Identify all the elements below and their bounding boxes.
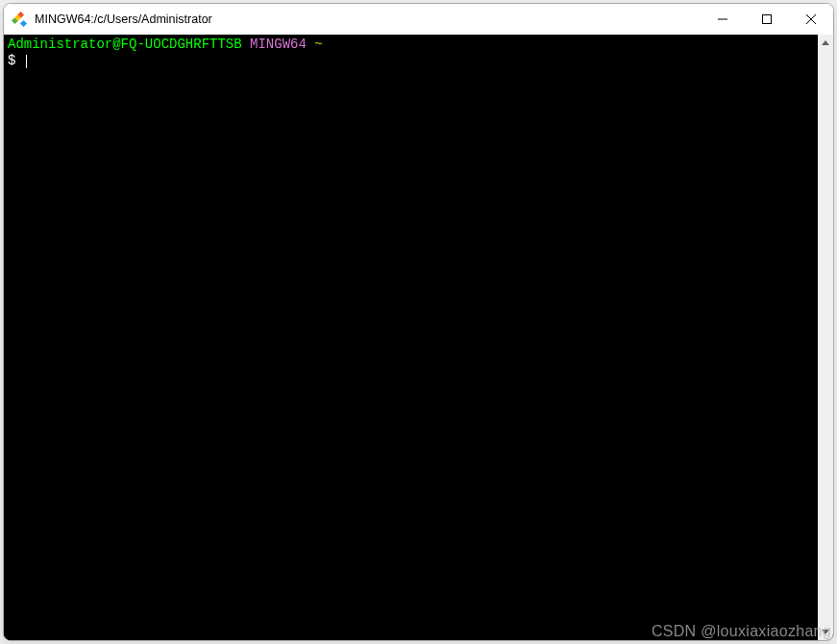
scroll-track[interactable]	[818, 51, 833, 624]
terminal-cursor	[26, 55, 27, 68]
prompt-symbol: $	[8, 53, 15, 68]
minimize-button[interactable]	[701, 4, 745, 35]
chevron-down-icon	[822, 630, 829, 634]
prompt-path: ~	[314, 37, 322, 52]
terminal-area: Administrator@FQ-UOCDGHRFTTSB MINGW64 ~ …	[4, 35, 833, 640]
prompt-environment: MINGW64	[250, 37, 307, 52]
maximize-icon	[762, 14, 772, 24]
svg-rect-3	[20, 20, 27, 27]
chevron-up-icon	[822, 40, 829, 45]
app-icon	[12, 12, 27, 27]
close-button[interactable]	[789, 4, 833, 35]
titlebar: MINGW64:/c/Users/Administrator	[4, 4, 833, 35]
vertical-scrollbar[interactable]	[818, 35, 833, 640]
close-icon	[806, 14, 816, 24]
minimize-icon	[718, 14, 727, 24]
scroll-up-button[interactable]	[818, 35, 833, 51]
prompt-user-host: Administrator@FQ-UOCDGHRFTTSB	[8, 37, 242, 52]
window-controls	[701, 4, 833, 35]
scroll-down-button[interactable]	[818, 624, 833, 640]
window-title: MINGW64:/c/Users/Administrator	[35, 12, 701, 26]
svg-rect-5	[763, 15, 772, 24]
terminal-window: MINGW64:/c/Users/Administrator Administr	[3, 3, 834, 641]
maximize-button[interactable]	[745, 4, 789, 35]
terminal-content[interactable]: Administrator@FQ-UOCDGHRFTTSB MINGW64 ~ …	[4, 35, 818, 640]
